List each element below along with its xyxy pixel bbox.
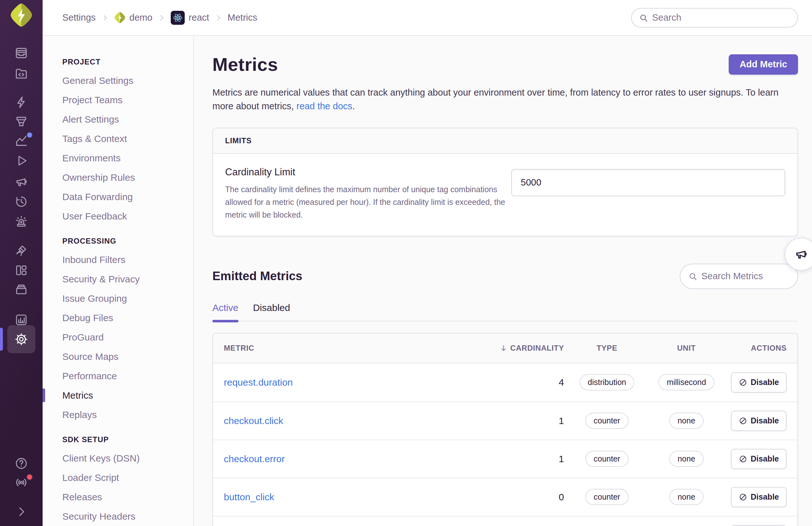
active-indicator-bar [43,389,45,402]
metric-name-link[interactable]: request.duration [224,377,293,388]
column-header-actions[interactable]: ACTIONS [751,344,786,352]
main-content: Metrics Add Metric Metrics are numerical… [194,36,812,526]
sidebar-item-security-privacy[interactable]: Security & Privacy [43,269,193,289]
column-header-metric[interactable]: METRIC [224,344,254,352]
play-icon [14,154,28,168]
breadcrumb-settings[interactable]: Settings [62,12,96,23]
tab-active[interactable]: Active [212,302,238,321]
stats-icon [14,313,28,327]
telescope-icon [14,244,28,258]
sidebar-item-project-teams[interactable]: Project Teams [43,90,193,109]
sidebar-item-performance[interactable]: Performance [43,366,193,386]
sidebar-item-issue-grouping[interactable]: Issue Grouping [43,289,193,308]
sidebar-item-label: Ownership Rules [62,172,135,183]
breadcrumb-project-label: react [189,12,209,23]
sidebar-item-environments[interactable]: Environments [43,148,193,168]
sidebar-item-alert-settings[interactable]: Alert Settings [43,109,193,129]
megaphone-icon [794,247,808,261]
sidebar-item-label: General Settings [62,75,133,86]
read-the-docs-link[interactable]: read the docs [296,101,352,111]
global-search[interactable] [631,8,798,28]
limits-panel: LIMITS Cardinality Limit The cardinality… [212,128,798,236]
sidebar-item-label: Project Teams [62,95,123,105]
sidebar-item-client-keys-dsn[interactable]: Client Keys (DSN) [43,449,193,468]
metrics-search-input[interactable] [701,271,790,282]
history-clock-icon [14,195,28,209]
sidebar-item-label: Client Keys (DSN) [62,453,140,464]
sidebar-item-general-settings[interactable]: General Settings [43,71,193,90]
table-header-row: METRICCARDINALITYTYPEUNITACTIONS [213,333,797,363]
sidebar-item-debug-files[interactable]: Debug Files [43,308,193,328]
nav-section-title: PROCESSING [43,226,193,250]
nav-section-title: SDK SETUP [43,424,193,449]
sidebar-item-source-maps[interactable]: Source Maps [43,347,193,366]
breadcrumb-org-label: demo [129,12,153,23]
sidebar-chevron-right-button[interactable] [0,498,43,526]
sidebar-gear-button[interactable] [0,325,43,353]
breadcrumb-page-label: Metrics [228,12,257,23]
slash-circle-icon [739,417,748,425]
settings-nav: PROJECTGeneral SettingsProject TeamsAler… [43,36,194,526]
add-metric-button[interactable]: Add Metric [729,54,798,75]
column-header-label: METRIC [224,344,254,352]
metric-name-link[interactable]: button_click [224,492,274,502]
sidebar-item-releases[interactable]: Releases [43,487,193,507]
slash-circle-icon [739,454,748,463]
sidebar-siren-button[interactable] [0,207,43,235]
search-icon [688,272,698,281]
disable-button-label: Disable [751,492,779,501]
sidebar-item-proguard[interactable]: ProGuard [43,328,193,347]
sidebar-item-label: Source Maps [62,351,119,362]
sidebar-broadcast-button[interactable] [0,468,43,496]
sidebar-projects-button[interactable] [0,60,43,88]
metric-name-link[interactable]: checkout.click [224,416,283,426]
column-header-type[interactable]: TYPE [596,344,617,352]
emitted-metrics-title: Emitted Metrics [212,269,302,283]
column-header-cardinality[interactable]: CARDINALITY [499,344,564,352]
cardinality-limit-input[interactable] [511,169,785,196]
active-indicator-bar [0,328,3,351]
sidebar-item-security-headers[interactable]: Security Headers [43,507,193,526]
notification-dot-red [26,474,33,481]
unit-badge: none [669,489,704,505]
tab-disabled[interactable]: Disabled [253,302,290,321]
sidebar-item-metrics[interactable]: Metrics [43,386,193,405]
metrics-table: METRICCARDINALITYTYPEUNITACTIONS request… [212,333,798,526]
column-header-unit[interactable]: UNIT [677,344,696,352]
breadcrumb-project-react[interactable]: react [171,11,209,25]
disable-button[interactable]: Disable [731,411,786,431]
metrics-search[interactable] [680,264,798,289]
breadcrumb-settings-label: Settings [62,12,96,23]
metric-name-link[interactable]: checkout.error [224,454,285,464]
sidebar-item-label: Inbound Filters [62,254,125,265]
sidebar-archive-button[interactable] [0,275,43,303]
sidebar-item-label: Performance [62,371,117,381]
type-badge: distribution [580,374,635,390]
breadcrumb-current-page[interactable]: Metrics [228,12,257,23]
breadcrumb-org-demo[interactable]: demo [114,12,153,24]
global-search-input[interactable] [652,12,791,23]
table-row: checkout.click1counternoneDisable [213,402,797,440]
sidebar-item-label: ProGuard [62,332,104,343]
sidebar-item-tags-context[interactable]: Tags & Context [43,129,193,148]
sidebar-item-label: Metrics [62,390,93,401]
page-title: Metrics [212,54,278,75]
column-header-label: UNIT [677,344,696,352]
sidebar-item-label: Loader Script [62,472,119,483]
cardinality-value: 1 [559,416,564,426]
sidebar-item-ownership-rules[interactable]: Ownership Rules [43,168,193,187]
sidebar-item-loader-script[interactable]: Loader Script [43,468,193,487]
lightning-icon [14,95,28,109]
unit-badge: none [669,412,704,429]
breadcrumb: Settings demo [62,11,257,25]
disable-button[interactable]: Disable [731,487,786,507]
disable-button[interactable]: Disable [731,449,786,469]
sentry-logo[interactable] [0,2,43,29]
sidebar-item-label: User Feedback [62,211,127,222]
disable-button[interactable]: Disable [731,372,786,393]
sidebar-item-data-forwarding[interactable]: Data Forwarding [43,187,193,207]
sidebar-item-user-feedback[interactable]: User Feedback [43,207,193,226]
sidebar-item-inbound-filters[interactable]: Inbound Filters [43,250,193,269]
sidebar-item-replays[interactable]: Replays [43,405,193,424]
sidebar-item-label: Replays [62,409,97,420]
